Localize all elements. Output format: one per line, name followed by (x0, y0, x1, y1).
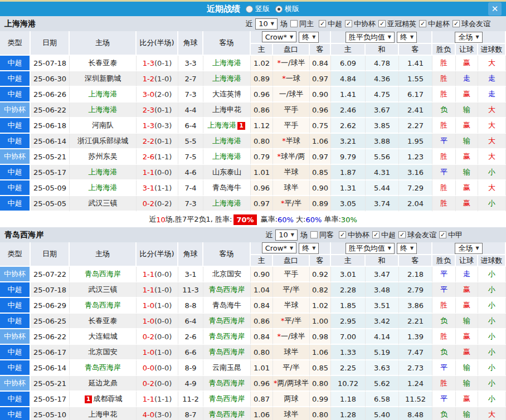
fulltime-score: 1-0 (143, 317, 154, 325)
odds-provider-select[interactable]: Crow*▼ (262, 31, 296, 42)
checkbox-icon (290, 20, 298, 27)
sub-away: 客 (310, 255, 331, 267)
same-venue-checkbox[interactable]: 同主 (290, 19, 314, 29)
halftime-score: (1-0) (154, 348, 172, 356)
league-filter-checkbox[interactable]: ✓亚冠精英 (378, 19, 416, 29)
avg-home-cell: 6.09 (331, 56, 366, 71)
handicap-name: 半球 (286, 136, 300, 145)
handicap-name: 球半/两 (281, 152, 305, 160)
avg-odds-select[interactable]: 胜平负均值▼ (346, 32, 395, 43)
away-team-name: 上海海港 (212, 199, 241, 207)
odds-final-select[interactable]: 终▼ (299, 32, 319, 43)
league-filter-checkbox[interactable]: ✓球会友谊 (453, 19, 490, 29)
date-cell: 25-05-05 (31, 196, 70, 212)
match-row: 中超25-06-29青岛西海岸1-0(1-0)8-8青岛海牛0.84半球1.02… (0, 298, 506, 314)
odds-home-cell: 1.02 (251, 56, 273, 71)
summary-count: 10 (156, 216, 166, 224)
away-team-name: 青岛西海岸 (209, 410, 245, 418)
goals-result-cell: 大 (478, 56, 506, 71)
match-row: 中超25-05-05武汉三镇0-2(0-2)7-3上海海港0.97*平/半0.8… (0, 196, 506, 212)
avg-away-cell: 1.41 (399, 56, 432, 71)
odds-provider-select[interactable]: Crow*▼ (262, 242, 296, 253)
league-filter-checkbox[interactable]: ✓中超 (319, 19, 342, 29)
avg-away-cell: 2.04 (399, 196, 432, 212)
team-name: 上海海港 (4, 19, 36, 29)
league-filter-checkbox[interactable]: ✓中甲 (439, 230, 463, 240)
handicap-cell: *平/半 (273, 314, 310, 329)
fulltime-score: 1-3 (143, 121, 154, 130)
odds-final-select[interactable]: 终▼ (299, 243, 319, 254)
avg-draw-cell: 4.31 (366, 165, 399, 180)
handicap-cell: 半球 (273, 165, 310, 180)
home-team-name: 上海海港 (89, 168, 118, 176)
col-home: 主场 (70, 242, 137, 267)
same-venue-checkbox[interactable]: 同客 (310, 230, 334, 240)
league-filter-checkbox[interactable]: ✓中超杯 (419, 19, 450, 29)
goals-result-cell: 小 (478, 376, 506, 392)
scope-select[interactable]: 全场▼ (455, 243, 482, 254)
avg-draw-cell: 3.48 (366, 282, 399, 298)
col-score: 比分(半场) (137, 31, 178, 56)
odds-home-cell: 1.04 (251, 282, 273, 298)
checkbox-checked-icon: ✓ (319, 20, 326, 27)
layout-vertical-radio[interactable]: 竖版 (246, 4, 270, 14)
handicap-name: 一/球半 (279, 90, 303, 98)
close-button[interactable]: ✕ (488, 2, 502, 16)
chevron-down-icon: ▼ (388, 35, 391, 40)
col-date: 日期 (31, 242, 70, 267)
odds-home-cell: 0.97 (251, 196, 273, 212)
match-row: 中协杯25-05-21延边龙鼎0-2(0-0)4-9青岛西海岸0.96*两/两球… (0, 376, 506, 392)
col-type: 类型 (0, 31, 31, 56)
corner-cell: 3-1 (178, 267, 203, 282)
avg-home-cell: 3.21 (331, 134, 366, 149)
fulltime-score: 0-0 (143, 364, 154, 372)
avg-draw-cell: 5.40 (366, 407, 399, 420)
date-cell: 25-05-21 (31, 149, 70, 165)
handicap-cell: 两球 (273, 392, 310, 407)
sub-avg-away: 客 (399, 255, 432, 267)
league-filter-checkbox[interactable]: ✓中超 (372, 230, 396, 240)
league-filter-checkbox[interactable]: ✓球会友谊 (398, 230, 436, 240)
handicap-name: 半球 (284, 301, 299, 309)
games-count-value: 10 (259, 19, 268, 28)
league-filter-checkbox[interactable]: ✓中协杯 (345, 19, 376, 29)
handicap-cell: 平手 (273, 267, 310, 282)
league-filter-checkbox[interactable]: ✓中协杯 (339, 230, 369, 240)
score-cell: 1-0(0-0) (137, 314, 178, 329)
match-row: 中超25-06-30深圳新鹏城1-2(1-0)2-7上海海港0.89*一球0.9… (0, 71, 506, 87)
avg-final-select[interactable]: 终▼ (397, 243, 417, 254)
avg-home-cell: 1.87 (331, 165, 366, 180)
away-team-cell: 云南玉昆 (203, 360, 251, 376)
match-type-cell: 中超 (0, 134, 31, 149)
match-row: 中超25-06-14浙江俱乐部绿城2-2(0-1)5-5上海海港0.80*半球1… (0, 134, 506, 149)
odds-home-cell: 0.84 (251, 298, 273, 314)
avg-final-select[interactable]: 终▼ (397, 32, 417, 43)
halftime-score: (0-1) (154, 106, 172, 114)
home-team-cell: 青岛西海岸 (70, 267, 137, 282)
match-row: 中超25-05-171成都蓉城1-1(1-1)11-2青岛西海岸0.87两球0.… (0, 392, 506, 407)
sub-handicap-result: 让球 (456, 255, 478, 267)
handicap-result-cell: 输 (456, 102, 478, 118)
away-team-name: 青岛西海岸 (209, 316, 245, 325)
odds-away-cell: 0.75 (310, 118, 331, 134)
handicap-name: 平手 (284, 121, 299, 129)
date-cell: 25-06-22 (31, 102, 70, 118)
games-count-select[interactable]: 10 ▼ (255, 18, 278, 30)
chevron-down-icon: ▼ (312, 35, 315, 40)
odds-away-cell: 0.97 (310, 71, 331, 87)
match-row: 中超25-07-18长春亚泰1-3(0-1)3-3上海海港1.02*一/球半0.… (0, 56, 506, 71)
games-count-select[interactable]: 10 ▼ (275, 229, 298, 241)
avg-draw-cell: 3.42 (366, 314, 399, 329)
layout-horizontal-radio[interactable]: 横版 (275, 4, 299, 14)
handicap-name: 球半 (284, 183, 299, 192)
avg-odds-select[interactable]: 胜平负均值▼ (346, 243, 395, 254)
match-type-cell: 中超 (0, 196, 31, 212)
scope-select[interactable]: 全场▼ (455, 32, 482, 43)
score-cell: 1-0(1-0) (137, 345, 178, 360)
corner-cell: 7-3 (178, 87, 203, 102)
title-bar: 近期战绩 竖版 横版 ✕ (0, 2, 506, 16)
match-type-cell: 中协杯 (0, 376, 31, 392)
date-cell: 25-06-26 (31, 87, 70, 102)
match-type-cell: 中超 (0, 71, 31, 87)
result-cell: 胜 (432, 71, 456, 87)
